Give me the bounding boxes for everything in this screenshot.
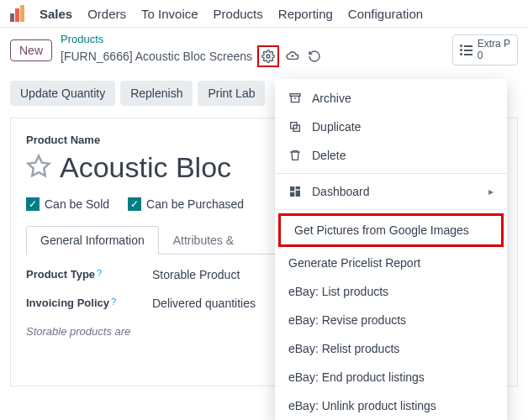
gear-highlight xyxy=(257,45,279,67)
svg-rect-8 xyxy=(290,192,294,197)
menu-generate-pricelist[interactable]: Generate Pricelist Report xyxy=(275,249,507,277)
gear-icon[interactable] xyxy=(260,48,277,65)
can-be-sold-checkbox[interactable]: ✓ Can be Sold xyxy=(26,197,109,211)
product-type-label: Product Type? xyxy=(26,268,144,281)
tab-attributes[interactable]: Attributes & xyxy=(159,226,248,255)
update-quantity-button[interactable]: Update Quantity xyxy=(10,81,115,106)
nav-configuration[interactable]: Configuration xyxy=(348,7,423,21)
menu-duplicate[interactable]: Duplicate xyxy=(275,113,507,141)
gear-dropdown: Archive Duplicate Delete Dashboard ▸ Get… xyxy=(275,79,507,396)
chevron-right-icon: ▸ xyxy=(488,186,494,197)
invoicing-policy-label: Invoicing Policy? xyxy=(26,297,144,310)
nav-sales[interactable]: Sales xyxy=(40,7,72,21)
record-title: [FURN_6666] Acoustic Bloc Screens xyxy=(61,50,252,63)
new-button[interactable]: New xyxy=(10,39,52,61)
nav-orders[interactable]: Orders xyxy=(87,7,126,21)
nav-to-invoice[interactable]: To Invoice xyxy=(141,7,198,21)
extra-count: 0 xyxy=(478,50,510,61)
menu-ebay-end[interactable]: eBay: End product listings xyxy=(275,363,507,391)
can-be-purchased-checkbox[interactable]: ✓ Can be Purchased xyxy=(128,197,244,211)
menu-ebay-list[interactable]: eBay: List products xyxy=(275,277,507,306)
extra-label: Extra P xyxy=(478,39,510,50)
help-icon[interactable]: ? xyxy=(97,268,102,278)
svg-rect-5 xyxy=(290,186,294,191)
app-icon xyxy=(10,5,24,22)
svg-rect-7 xyxy=(296,191,300,197)
svg-rect-2 xyxy=(290,94,300,97)
menu-dashboard[interactable]: Dashboard ▸ xyxy=(275,177,507,206)
breadcrumb-products[interactable]: Products xyxy=(61,33,323,45)
subheader: New Products [FURN_6666] Acoustic Bloc S… xyxy=(0,28,528,69)
menu-ebay-unlink[interactable]: eBay: Unlink product listings xyxy=(275,391,507,396)
help-icon[interactable]: ? xyxy=(111,297,116,307)
menu-archive[interactable]: Archive xyxy=(275,84,507,113)
nav-products[interactable]: Products xyxy=(214,7,263,21)
undo-icon[interactable] xyxy=(306,48,323,65)
favorite-star-icon[interactable] xyxy=(26,154,51,181)
trash-icon xyxy=(288,149,304,162)
nav-reporting[interactable]: Reporting xyxy=(278,7,333,21)
check-icon: ✓ xyxy=(128,197,141,211)
archive-icon xyxy=(288,92,304,105)
duplicate-icon xyxy=(288,120,304,134)
menu-delete[interactable]: Delete xyxy=(275,141,507,170)
print-labels-button[interactable]: Print Lab xyxy=(198,81,265,106)
menu-ebay-revise[interactable]: eBay: Revise products xyxy=(275,306,507,334)
menu-get-pictures-google[interactable]: Get Pictures from Google Images xyxy=(281,216,501,244)
menu-ebay-relist[interactable]: eBay: Relist products xyxy=(275,334,507,363)
list-icon xyxy=(460,45,473,55)
help-text: Storable products are xyxy=(26,325,130,338)
replenish-button[interactable]: Replenish xyxy=(120,81,193,106)
tab-general-information[interactable]: General Information xyxy=(26,226,159,255)
dashboard-icon xyxy=(288,185,304,198)
product-name-value[interactable]: Acoustic Bloc xyxy=(60,151,231,184)
highlight-box: Get Pictures from Google Images xyxy=(278,213,504,247)
svg-point-0 xyxy=(267,55,270,58)
cloud-upload-icon[interactable] xyxy=(284,48,301,65)
extra-prices-button[interactable]: Extra P 0 xyxy=(452,34,518,65)
svg-marker-1 xyxy=(29,156,50,176)
top-nav: Sales Orders To Invoice Products Reporti… xyxy=(0,0,528,28)
svg-rect-6 xyxy=(296,186,300,189)
check-icon: ✓ xyxy=(26,197,40,211)
